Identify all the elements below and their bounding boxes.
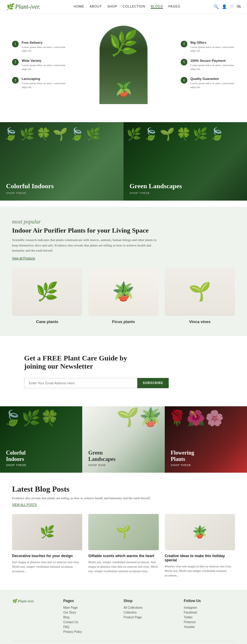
feature-title-3: Lanscaping (22, 77, 66, 81)
feature-title-6: Quality Guarantee (190, 77, 235, 81)
nav-home[interactable]: HOME (73, 5, 84, 9)
footer-link-collection[interactable]: Collection (124, 611, 175, 614)
feature-text-3: Lanscaping Lorem ipsum dolor sit amet, c… (22, 77, 66, 89)
cat-green-title: GreenLandscapes (88, 450, 115, 462)
feature-num-1: 1 (12, 41, 19, 47)
cart-icon[interactable]: 🛍 (237, 4, 241, 9)
popular-title: Indoor Air Purifier Plants for your Livi… (12, 227, 235, 234)
feature-desc-1: Lorem ipsum dolor sit amet, consectetur … (22, 45, 66, 53)
footer-link-twitter[interactable]: Twitter (184, 616, 235, 619)
cat-flowering-sub[interactable]: Shop These (171, 464, 194, 467)
cat-colorful-indoors[interactable]: ColorfulIndoors Shop These (0, 406, 82, 473)
banner-green-overlay: Green Landscapes SHOP THESE (124, 176, 247, 201)
feature-text-5: 100% Secure Payment Lorem ipsum dolor si… (190, 59, 235, 71)
search-icon[interactable]: 🔍 (214, 4, 219, 9)
feature-title-1: Free Delivery (22, 41, 66, 44)
hero-section: 1 Free Delivery Lorem ipsum dolor sit am… (0, 14, 247, 116)
blog-card-desc-2: Morbi non, semper vestibulum euismod acc… (88, 560, 158, 573)
nav-collection[interactable]: COLLECTION (123, 5, 145, 9)
blog-card-1: 🌿 Decorative touches for your design Sem… (12, 514, 82, 578)
cat-flowering-plants[interactable]: FloweringPlants Shop These (165, 406, 247, 473)
footer: 🌿 Plant-iver. Pages Main Page Our Story … (0, 590, 247, 644)
feature-3: 3 Lanscaping Lorem ipsum dolor sit amet,… (12, 77, 66, 89)
banner-green-sub: SHOP THESE (130, 192, 241, 195)
features-right: 4 Big Offers Lorem ipsum dolor sit amet,… (181, 41, 235, 89)
banner-colorful-title: Colorful Indoors (6, 182, 117, 190)
footer-link-contact[interactable]: Contact Us (63, 620, 114, 624)
cat-green-sub[interactable]: Shop Now (88, 464, 115, 467)
feature-5: 5 100% Secure Payment Lorem ipsum dolor … (181, 59, 235, 71)
heart-icon[interactable]: ♡ (230, 4, 234, 9)
banner-green-landscapes[interactable]: Green Landscapes SHOP THESE (124, 122, 247, 201)
footer-follow: Follow Us Instagram Facebook Twitter Pin… (184, 599, 235, 635)
user-icon[interactable]: 👤 (222, 4, 227, 9)
popular-label: most popular (12, 219, 235, 225)
feature-title-2: Wide Variety (22, 59, 66, 62)
footer-link-youtube[interactable]: Youtube (184, 625, 235, 629)
footer-follow-title: Follow Us (184, 599, 235, 603)
plant-card-name-cane: Cane plants (12, 319, 82, 324)
plant-card-img-ficus: 🪴 (88, 268, 158, 316)
navigation: 🌿 Plant-iver. HOME ABOUT SHOP COLLECTION… (0, 0, 247, 14)
plant-card-img-vinca: 🌱 (165, 268, 235, 316)
banner-colorful-indoors[interactable]: Colorful Indoors SHOP THESE (0, 122, 124, 201)
nav-about[interactable]: ABOUT (89, 5, 102, 9)
plant-card-ficus: 🪴 Ficus plants (88, 268, 158, 324)
blog-section: Latest Blog Posts Evidence also reveals … (0, 473, 247, 590)
blog-card-desc-1: Sem magna ut pharetra vitae duis eu sene… (12, 560, 82, 573)
footer-logo-icon: 🌿 (12, 599, 17, 603)
cat-colorful-title: ColorfulIndoors (6, 450, 27, 462)
footer-link-faq[interactable]: FAQ (63, 625, 114, 629)
banner-green-title: Green Landscapes (130, 182, 241, 190)
logo[interactable]: 🌿 Plant-iver. (6, 3, 40, 10)
blog-card-3: 🪴 Creative ideas to make this holiday sp… (165, 514, 235, 578)
cat-green-landscapes[interactable]: GreenLandscapes Shop Now (82, 406, 164, 473)
nav-shop[interactable]: SHOP (107, 5, 117, 9)
view-all-posts[interactable]: VIEW ALL POSTS (12, 503, 37, 506)
cat-colorful-sub[interactable]: Shop These (6, 464, 27, 467)
feature-text-6: Quality Guarantee Lorem ipsum dolor sit … (190, 77, 235, 89)
cat-green-label: GreenLandscapes Shop Now (88, 450, 115, 467)
view-all-products[interactable]: View all Products (12, 257, 35, 260)
footer-pages-title: Pages (63, 599, 114, 603)
nav-pages[interactable]: PAGES (168, 5, 180, 9)
footer-link-product[interactable]: Product Page (124, 616, 175, 619)
feature-num-2: 2 (12, 59, 19, 65)
plant-cards: 🌿 Cane plants 🪴 Ficus plants 🌱 Vinca vin… (12, 268, 235, 324)
blog-desc: Evidence also reveals that plants are te… (12, 496, 235, 500)
feature-4: 4 Big Offers Lorem ipsum dolor sit amet,… (181, 41, 235, 53)
blog-card-desc-3: Pharetra vitae sem magna ut duis eu sene… (165, 564, 235, 578)
email-input[interactable] (24, 378, 137, 388)
footer-link-privacy[interactable]: Privacy Policy (63, 630, 114, 633)
footer-shop-title: Shop (124, 599, 175, 603)
footer-link-facebook[interactable]: Facebook (184, 611, 235, 614)
footer-logo-text: 🌿 Plant-iver. (12, 599, 54, 604)
blog-card-img-3: 🪴 (165, 514, 235, 550)
footer-content: 🌿 Plant-iver. Pages Main Page Our Story … (12, 599, 235, 635)
footer-link-main[interactable]: Main Page (63, 606, 114, 609)
footer-link-instagram[interactable]: Instagram (184, 606, 235, 609)
features-left: 1 Free Delivery Lorem ipsum dolor sit am… (12, 41, 66, 89)
email-form: SUBSCRIBE (24, 378, 169, 388)
footer-link-pinterest[interactable]: Pinterest (184, 620, 235, 624)
footer-link-blog[interactable]: Blog (63, 616, 114, 619)
popular-section: most popular Indoor Air Purifier Plants … (0, 207, 247, 336)
subscribe-button[interactable]: SUBSCRIBE (137, 378, 169, 388)
popular-desc: Scientific research indicates that plant… (12, 237, 163, 253)
blog-title: Latest Blog Posts (12, 485, 235, 494)
footer-shop: Shop All Collections Collection Product … (124, 599, 175, 635)
feature-num-6: 6 (181, 77, 187, 84)
footer-link-all-collections[interactable]: All Collections (124, 606, 175, 609)
feature-desc-4: Lorem ipsum dolor sit amet, consectetur … (190, 45, 235, 53)
plant-arch (99, 26, 148, 104)
cat-colorful-label: ColorfulIndoors Shop These (6, 450, 27, 467)
newsletter-section: Get a FREE Plant Care Guide by joining o… (0, 336, 247, 406)
feature-num-4: 4 (181, 41, 187, 47)
logo-icon: 🌿 (6, 3, 14, 10)
nav-icons: 🔍 👤 ♡ 🛍 (214, 4, 241, 9)
nav-blogs[interactable]: BLOGS (151, 5, 163, 9)
footer-link-story[interactable]: Our Story (63, 611, 114, 614)
nav-links: HOME ABOUT SHOP COLLECTION BLOGS PAGES (73, 5, 180, 9)
feature-text-2: Wide Variety Lorem ipsum dolor sit amet,… (22, 59, 66, 71)
blog-cards: 🌿 Decorative touches for your design Sem… (12, 514, 235, 578)
